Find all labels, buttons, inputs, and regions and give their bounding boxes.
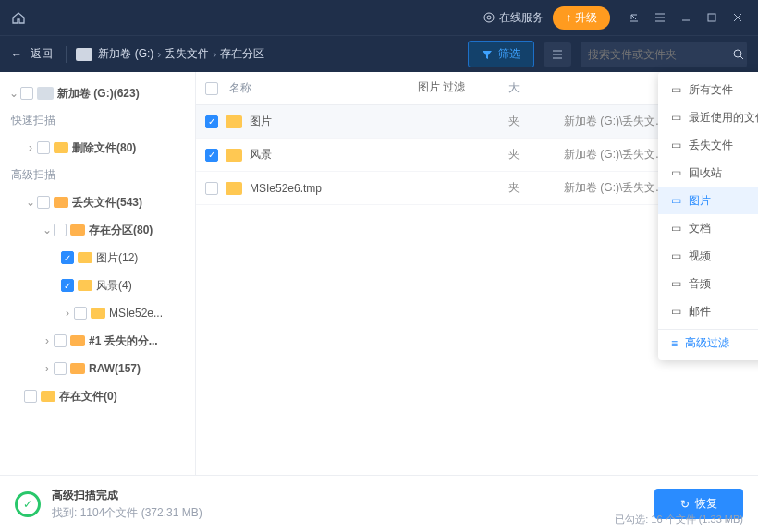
checkbox[interactable]: ✓: [205, 149, 218, 162]
folder-icon: [78, 280, 92, 291]
filter-all[interactable]: ▭所有文件: [658, 76, 758, 103]
online-service[interactable]: 在线服务: [483, 10, 544, 26]
minimize-icon[interactable]: [673, 5, 699, 30]
tree-exist-part[interactable]: ⌄存在分区(80): [4, 216, 191, 244]
file-icon: ▭: [671, 83, 681, 96]
item-label: 回收站: [689, 165, 722, 181]
chevron-right-icon: ›: [213, 48, 216, 61]
image-icon: ▭: [671, 194, 681, 207]
checkbox[interactable]: [37, 196, 50, 209]
tree-deleted[interactable]: ›删除文件(80): [4, 134, 191, 162]
tree-raw[interactable]: ›RAW(157): [4, 355, 191, 382]
tree-label: 存在文件(0): [59, 389, 117, 405]
checkbox[interactable]: [205, 182, 218, 195]
filter-pic[interactable]: ▭图片✓: [658, 187, 758, 214]
search-input[interactable]: [581, 42, 747, 67]
filter-lost[interactable]: ▭丢失文件: [658, 131, 758, 159]
tree-label: 图片(12): [96, 250, 138, 266]
search-icon[interactable]: [732, 48, 745, 61]
upgrade-button[interactable]: ↑升级: [553, 6, 610, 30]
filter-video[interactable]: ▭视频: [658, 242, 758, 270]
sliders-icon: ≡: [671, 337, 678, 350]
item-label: 图片: [689, 193, 711, 209]
filter-label: 筛选: [498, 46, 520, 62]
filter-recent[interactable]: ▭最近使用的文件: [658, 103, 758, 131]
breadcrumb-1[interactable]: 新加卷 (G:): [98, 46, 153, 62]
chevron-right-icon[interactable]: ›: [41, 334, 54, 347]
checkbox[interactable]: [20, 87, 33, 100]
file-name: 风景: [250, 147, 508, 163]
maximize-icon[interactable]: [699, 5, 725, 30]
restore-icon: ↻: [680, 498, 690, 511]
close-icon[interactable]: [725, 5, 751, 30]
recover-label: 恢复: [695, 496, 717, 512]
checkbox[interactable]: ✓: [61, 279, 74, 292]
home-icon[interactable]: [7, 6, 30, 29]
filter-advanced[interactable]: ≡高级过滤: [658, 329, 758, 357]
video-icon: ▭: [671, 249, 681, 262]
tree-lost[interactable]: ⌄丢失文件(543): [4, 188, 191, 216]
chevron-right-icon[interactable]: ›: [24, 141, 37, 154]
clock-icon: ▭: [671, 111, 681, 124]
filter-audio[interactable]: ▭音频: [658, 270, 758, 297]
folder-icon: [70, 224, 85, 236]
col-size[interactable]: 大: [508, 80, 564, 96]
online-service-label: 在线服务: [499, 10, 544, 26]
checkbox[interactable]: [54, 334, 67, 347]
item-label: 所有文件: [689, 82, 733, 98]
item-label: 视频: [689, 248, 711, 264]
checkbox[interactable]: [24, 390, 37, 403]
checkbox[interactable]: [37, 141, 50, 154]
filter-tag: 图片 过滤: [418, 79, 465, 95]
item-label: 文档: [689, 221, 711, 236]
tree-label: MSIe52e...: [109, 307, 163, 320]
file-name: 图片: [250, 114, 508, 129]
checkbox[interactable]: ✓: [61, 251, 74, 264]
filter-doc[interactable]: ▭文档: [658, 214, 758, 242]
tree-exist-file[interactable]: 存在文件(0): [4, 382, 191, 410]
folder-icon: [78, 252, 92, 263]
filter-button[interactable]: 筛选: [468, 41, 534, 67]
disk-icon: [76, 48, 92, 61]
chevron-right-icon: ›: [157, 48, 161, 61]
scan-status-title: 高级扫描完成: [52, 488, 202, 503]
back-button[interactable]: ← 返回: [11, 46, 53, 62]
folder-icon: [226, 149, 242, 162]
tree-scenery[interactable]: ✓风景(4): [4, 272, 191, 299]
menu-icon[interactable]: [647, 5, 673, 30]
search-field[interactable]: [588, 48, 727, 61]
tree-msie[interactable]: ›MSIe52e...: [4, 299, 191, 327]
chevron-down-icon[interactable]: ⌄: [41, 224, 54, 236]
chevron-down-icon[interactable]: ⌄: [7, 87, 20, 100]
folder-icon: [70, 335, 85, 346]
list-view-icon[interactable]: [544, 42, 571, 66]
checkbox[interactable]: [74, 307, 87, 320]
complete-icon: ✓: [15, 491, 41, 517]
share-icon[interactable]: [621, 5, 647, 30]
tree-root[interactable]: ⌄新加卷 (G:)(623): [4, 79, 191, 107]
file-name: MSIe52e6.tmp: [250, 182, 508, 195]
filter-mail[interactable]: ▭邮件: [658, 297, 758, 325]
checkbox[interactable]: [54, 224, 67, 236]
checkbox[interactable]: [54, 362, 67, 375]
checkbox[interactable]: ✓: [205, 115, 218, 128]
tree-lost-part[interactable]: ›#1 丢失的分...: [4, 327, 191, 355]
chevron-right-icon[interactable]: ›: [61, 307, 74, 320]
svg-point-1: [487, 16, 491, 19]
chevron-right-icon[interactable]: ›: [41, 362, 54, 375]
tree-pic[interactable]: ✓图片(12): [4, 244, 191, 272]
chevron-down-icon[interactable]: ⌄: [24, 196, 37, 209]
filter-recycle[interactable]: ▭回收站: [658, 159, 758, 187]
folder-icon: [54, 142, 68, 153]
tree-label: 新加卷 (G:)(623): [57, 86, 140, 102]
trash-icon: ▭: [671, 166, 681, 179]
col-name[interactable]: 名称: [229, 80, 251, 96]
item-label: 丢失文件: [689, 138, 733, 153]
folder-icon: [226, 115, 242, 128]
select-all-checkbox[interactable]: [205, 82, 218, 95]
breadcrumb-2[interactable]: 丢失文件: [165, 46, 209, 62]
svg-point-3: [734, 50, 741, 57]
breadcrumb-3[interactable]: 存在分区: [220, 46, 264, 62]
doc-icon: ▭: [671, 222, 681, 235]
upgrade-label: 升级: [575, 10, 597, 26]
